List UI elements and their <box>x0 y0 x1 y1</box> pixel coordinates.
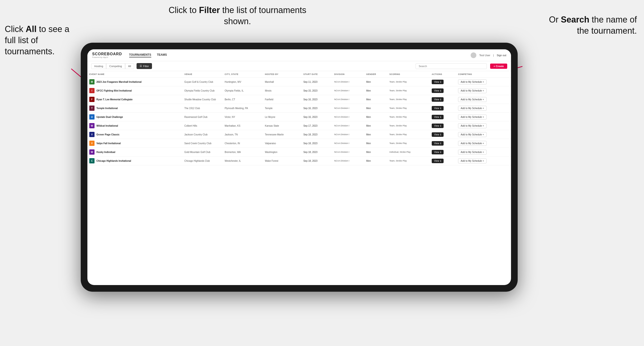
view-button-7[interactable]: View ℹ <box>432 141 444 146</box>
view-button-6[interactable]: View ℹ <box>432 132 444 137</box>
col-scoring: SCORING <box>388 71 430 78</box>
view-button-0[interactable]: View ℹ <box>432 80 444 84</box>
division-cell-1: NCAA Division I <box>332 86 364 95</box>
division-cell-6: NCAA Division I <box>332 130 364 139</box>
schedule-button-7[interactable]: Add to My Schedule + <box>458 141 486 146</box>
division-cell-2: NCAA Division I <box>332 95 364 104</box>
gender-cell-5: Men <box>364 121 388 130</box>
info-icon-6: ℹ <box>440 133 441 136</box>
event-cell-5: W Wildcat Invitational <box>88 121 182 130</box>
city-cell-8: Bremerton, WA <box>223 148 263 157</box>
hosted-cell-9: Wake Forest <box>263 157 302 165</box>
event-cell-1: I OFCC Fighting Illini Invitational <box>88 86 182 95</box>
actions-cell-3: View ℹ <box>430 104 456 113</box>
competing-cell-2: Add to My Schedule + <box>456 95 511 104</box>
gender-cell-2: Men <box>364 95 388 104</box>
team-logo-0: M <box>89 79 94 84</box>
logo-area: SCOREBOARD Powered by clipp'd <box>92 52 122 58</box>
actions-cell-0: View ℹ <box>430 78 456 86</box>
division-cell-7: NCAA Division I <box>332 139 364 148</box>
actions-cell-2: View ℹ <box>430 95 456 104</box>
signout-link[interactable]: Sign out <box>497 54 506 57</box>
city-cell-7: Chesterton, IN <box>223 139 263 148</box>
event-name-8: Husky Individual <box>96 151 115 154</box>
competing-cell-5: Add to My Schedule + <box>456 121 511 130</box>
schedule-button-2[interactable]: Add to My Schedule + <box>458 97 486 102</box>
scoring-cell-3: Team, Stroke Play <box>388 104 430 113</box>
event-cell-7: V Valpo Fall Invitational <box>88 139 182 148</box>
view-button-1[interactable]: View ℹ <box>432 88 444 93</box>
schedule-button-3[interactable]: Add to My Schedule + <box>458 106 486 111</box>
venue-cell-7: Sand Creek Country Club <box>182 139 223 148</box>
separator: | <box>493 54 494 57</box>
hosted-cell-4: Le Moyne <box>263 113 302 121</box>
schedule-button-9[interactable]: Add to My Schedule + <box>458 159 486 164</box>
view-button-8[interactable]: View ℹ <box>432 150 444 154</box>
hosted-cell-3: Temple <box>263 104 302 113</box>
filter-icon: ☰ <box>140 64 142 68</box>
venue-cell-1: Olympia Fields Country Club <box>182 86 223 95</box>
table-row: W Wildcat Invitational Colbert Hills Man… <box>88 121 511 130</box>
date-cell-5: Sep 17, 2023 <box>301 121 332 130</box>
scoring-cell-2: Team, Stroke Play <box>388 95 430 104</box>
venue-cell-5: Colbert Hills <box>182 121 223 130</box>
actions-cell-9: View ℹ <box>430 157 456 165</box>
hosted-cell-1: Illinois <box>263 86 302 95</box>
city-cell-1: Olympia Fields, IL <box>223 86 263 95</box>
hosted-cell-5: Kansas State <box>263 121 302 130</box>
schedule-button-4[interactable]: Add to My Schedule + <box>458 115 486 120</box>
schedule-button-8[interactable]: Add to My Schedule + <box>458 150 486 155</box>
event-cell-2: F Ryan T. Lee Memorial Collegiate <box>88 95 182 104</box>
hosted-cell-2: Fairfield <box>263 95 302 104</box>
tablet-frame: SCOREBOARD Powered by clipp'd TOURNAMENT… <box>81 43 518 292</box>
hosting-filter-btn[interactable]: Hosting <box>91 63 106 69</box>
date-cell-7: Sep 18, 2023 <box>301 139 332 148</box>
filter-button[interactable]: ☰ Filter <box>136 63 152 69</box>
competing-cell-3: Add to My Schedule + <box>456 104 511 113</box>
division-cell-5: NCAA Division I <box>332 121 364 130</box>
search-input[interactable] <box>416 63 487 69</box>
col-gender: GENDER <box>364 71 388 78</box>
table-row: V Valpo Fall Invitational Sand Creek Cou… <box>88 139 511 148</box>
city-cell-0: Huntington, WV <box>223 78 263 86</box>
filter-btn-group: Hosting Competing All <box>91 63 134 69</box>
annotation-topcenter: Click to Filter the list of tournaments … <box>166 5 309 27</box>
event-name-0: 2023 Joe Feaganes Marshall Invitational <box>96 81 142 83</box>
schedule-button-0[interactable]: Add to My Schedule + <box>458 79 486 84</box>
schedule-button-1[interactable]: Add to My Schedule + <box>458 88 486 93</box>
view-button-2[interactable]: View ℹ <box>432 97 444 102</box>
nav-tab-tournaments[interactable]: TOURNAMENTS <box>129 53 151 57</box>
scoring-cell-7: Team, Stroke Play <box>388 139 430 148</box>
view-button-4[interactable]: View ℹ <box>432 115 444 119</box>
view-button-9[interactable]: View ℹ <box>432 159 444 163</box>
schedule-button-5[interactable]: Add to My Schedule + <box>458 123 486 128</box>
gender-cell-9: Men <box>364 157 388 165</box>
info-icon-3: ℹ <box>440 107 441 110</box>
event-name-5: Wildcat Invitational <box>96 125 118 127</box>
actions-cell-8: View ℹ <box>430 148 456 157</box>
date-cell-6: Sep 18, 2023 <box>301 130 332 139</box>
team-logo-7: V <box>89 141 94 146</box>
city-cell-2: Berlin, CT <box>223 95 263 104</box>
table-row: V Grover Page Classic Jackson Country Cl… <box>88 130 511 139</box>
table-row: W Husky Individual Gold Mountain Golf Cl… <box>88 148 511 157</box>
info-icon-5: ℹ <box>440 125 441 127</box>
division-cell-0: NCAA Division I <box>332 78 364 86</box>
event-name-9: Chicago Highlands Invitational <box>96 160 131 162</box>
create-button[interactable]: + Create <box>490 64 507 69</box>
col-actions: ACTIONS <box>430 71 456 78</box>
all-filter-btn[interactable]: All <box>125 63 134 69</box>
competing-cell-7: Add to My Schedule + <box>456 139 511 148</box>
competing-filter-btn[interactable]: Competing <box>106 63 125 69</box>
logo-sub: Powered by clipp'd <box>92 56 122 58</box>
nav-tab-teams[interactable]: TEAMS <box>157 53 167 57</box>
event-name-1: OFCC Fighting Illini Invitational <box>96 89 132 92</box>
event-cell-4: U Upstate Dual Challenge <box>88 113 182 121</box>
col-venue: VENUE <box>182 71 223 78</box>
schedule-button-6[interactable]: Add to My Schedule + <box>458 132 486 137</box>
view-button-3[interactable]: View ℹ <box>432 106 444 111</box>
view-button-5[interactable]: View ℹ <box>432 124 444 128</box>
competing-cell-1: Add to My Schedule + <box>456 86 511 95</box>
actions-cell-7: View ℹ <box>430 139 456 148</box>
venue-cell-8: Gold Mountain Golf Club <box>182 148 223 157</box>
